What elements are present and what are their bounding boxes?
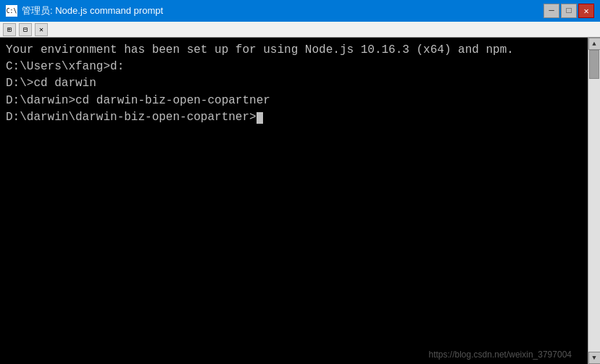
title-bar: C:\ 管理员: Node.js command prompt ─ □ ✕ (0, 0, 600, 22)
toolbar-icon-3[interactable]: ✕ (35, 23, 48, 36)
title-bar-buttons: ─ □ ✕ (543, 4, 594, 18)
terminal-cursor (257, 112, 263, 124)
close-button[interactable]: ✕ (578, 4, 594, 18)
toolbar-icons: ⊞ ⊟ ✕ (3, 23, 48, 36)
terminal-line: D:\darwin>cd darwin-biz-open-copartner (6, 93, 582, 109)
restore-button[interactable]: □ (561, 4, 577, 18)
terminal-line: Your environment has been set up for usi… (6, 42, 582, 59)
scrollbar[interactable]: ▲ ▼ (588, 38, 600, 364)
terminal-line: C:\Users\xfang>d: (6, 59, 582, 75)
toolbar-icon-1[interactable]: ⊞ (3, 23, 16, 36)
toolbar: ⊞ ⊟ ✕ (0, 22, 600, 38)
terminal-wrapper: Your environment has been set up for usi… (0, 38, 600, 364)
toolbar-icon-2[interactable]: ⊟ (19, 23, 32, 36)
terminal-line: D:\>cd darwin (6, 75, 582, 92)
scrollbar-up[interactable]: ▲ (588, 38, 601, 50)
title-bar-text: 管理员: Node.js command prompt (22, 4, 163, 17)
title-bar-left: C:\ 管理员: Node.js command prompt (6, 4, 163, 17)
scrollbar-track[interactable] (588, 50, 600, 352)
minimize-button[interactable]: ─ (543, 4, 559, 18)
scrollbar-thumb[interactable] (589, 50, 599, 79)
terminal-area[interactable]: Your environment has been set up for usi… (0, 38, 588, 364)
watermark: https://blog.csdn.net/weixin_3797004 (429, 350, 572, 360)
terminal-line: D:\darwin\darwin-biz-open-copartner> (6, 109, 582, 126)
app-icon: C:\ (6, 5, 17, 17)
scrollbar-down[interactable]: ▼ (588, 352, 601, 364)
